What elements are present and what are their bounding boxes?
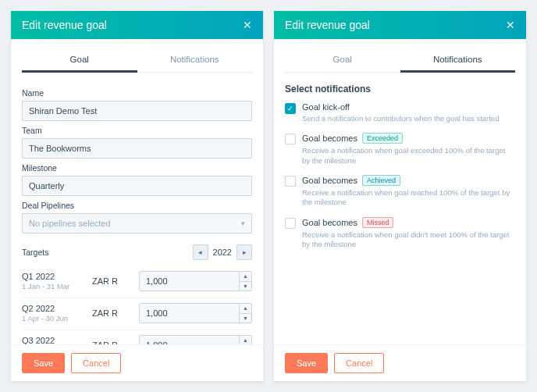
notification-description: Receive a notification when goal exceede…: [302, 146, 515, 166]
target-currency: ZAR R: [92, 308, 139, 318]
target-row: Q3 20221 Jul - 30 SeptZAR R1,000▲▼: [22, 330, 252, 344]
year-next-button[interactable]: ▸: [236, 244, 252, 260]
team-input[interactable]: [22, 138, 252, 159]
notification-body: Goal kick-offSend a notification to cont…: [302, 102, 515, 123]
target-period: Q1 20221 Jan - 31 Mar: [22, 272, 92, 290]
target-period-range: 1 Apr - 30 Jun: [22, 314, 92, 323]
target-amount-value: 1,000: [140, 304, 239, 323]
notification-checkbox[interactable]: ✓: [285, 103, 296, 114]
notification-checkbox[interactable]: [285, 134, 296, 144]
notification-item: ✓Goal kick-offSend a notification to con…: [285, 102, 515, 123]
year-value: 2022: [212, 248, 233, 257]
name-input[interactable]: [22, 101, 252, 121]
tab-goal[interactable]: Goal: [285, 48, 400, 72]
notification-label: Goal kick-off: [302, 102, 515, 112]
notification-label: Goal becomesAchieved: [302, 175, 515, 186]
footer: Save Cancel: [11, 344, 263, 381]
notification-description: Receive a notification when goal didn't …: [302, 230, 515, 250]
notification-label: Goal becomesExceeded: [302, 133, 515, 144]
amount-stepper: ▲▼: [239, 272, 251, 290]
target-period-name: Q3 2022: [22, 336, 92, 344]
notification-description: Send a notification to contributors when…: [302, 114, 515, 123]
panel-title: Edit revenue goal: [22, 19, 107, 31]
target-amount-input[interactable]: 1,000▲▼: [139, 335, 252, 344]
step-down-icon[interactable]: ▼: [240, 313, 251, 323]
save-button[interactable]: Save: [22, 353, 65, 373]
notification-body: Goal becomesExceededReceive a notificati…: [302, 133, 515, 166]
target-amount-value: 1,000: [140, 272, 239, 290]
targets-label: Targets: [22, 248, 48, 257]
targets-list: Q1 20221 Jan - 31 MarZAR R1,000▲▼Q2 2022…: [22, 266, 252, 344]
target-currency: ZAR R: [92, 276, 139, 286]
targets-header: Targets ◂ 2022 ▸: [22, 244, 252, 260]
year-nav: ◂ 2022 ▸: [193, 244, 252, 260]
notification-body: Goal becomesAchievedReceive a notificati…: [302, 175, 515, 208]
year-prev-button[interactable]: ◂: [193, 244, 208, 260]
notification-item: Goal becomesExceededReceive a notificati…: [285, 133, 515, 166]
cancel-button[interactable]: Cancel: [334, 353, 384, 373]
pipelines-select[interactable]: No pipelines selected ▾: [22, 213, 252, 233]
tabs: Goal Notifications: [285, 48, 515, 73]
goal-content: Name Team Milestone Deal Pipelines No pi…: [11, 73, 263, 344]
target-period-name: Q2 2022: [22, 304, 92, 313]
target-row: Q1 20221 Jan - 31 MarZAR R1,000▲▼: [22, 266, 252, 298]
target-amount-input[interactable]: 1,000▲▼: [139, 271, 252, 291]
pipelines-placeholder: No pipelines selected: [29, 219, 111, 228]
notifications-panel: Edit revenue goal ✕ Goal Notifications S…: [274, 11, 526, 381]
close-icon[interactable]: ✕: [243, 19, 252, 31]
panel-title: Edit revenue goal: [285, 19, 370, 31]
notification-description: Receive a notification when goal reached…: [302, 188, 515, 208]
target-amount-value: 1,000: [140, 336, 239, 344]
status-badge: Exceeded: [362, 133, 403, 144]
amount-stepper: ▲▼: [239, 336, 251, 344]
milestone-label: Milestone: [22, 163, 252, 173]
chevron-down-icon: ▾: [241, 219, 245, 227]
notification-label: Goal becomesMissed: [302, 217, 515, 228]
target-period-range: 1 Jan - 31 Mar: [22, 282, 92, 290]
save-button[interactable]: Save: [285, 353, 328, 373]
pipelines-label: Deal Pipelines: [22, 201, 252, 210]
notification-body: Goal becomesMissedReceive a notification…: [302, 217, 515, 250]
step-down-icon[interactable]: ▼: [240, 281, 251, 291]
target-row: Q2 20221 Apr - 30 JunZAR R1,000▲▼: [22, 298, 252, 330]
team-label: Team: [22, 126, 252, 135]
panel-header: Edit revenue goal ✕: [11, 11, 263, 39]
notifications-list: ✓Goal kick-offSend a notification to con…: [285, 102, 515, 249]
tab-notifications[interactable]: Notifications: [137, 48, 253, 72]
footer: Save Cancel: [274, 344, 526, 381]
step-up-icon[interactable]: ▲: [240, 304, 251, 313]
notifications-heading: Select notifications: [285, 84, 515, 94]
tab-goal[interactable]: Goal: [22, 48, 137, 72]
tabs: Goal Notifications: [22, 48, 252, 73]
milestone-input[interactable]: [22, 176, 252, 196]
status-badge: Achieved: [362, 175, 400, 186]
notification-item: Goal becomesAchievedReceive a notificati…: [285, 175, 515, 208]
notification-checkbox[interactable]: [285, 218, 296, 229]
name-label: Name: [22, 88, 252, 98]
notification-item: Goal becomesMissedReceive a notification…: [285, 217, 515, 250]
step-up-icon[interactable]: ▲: [240, 272, 251, 281]
step-up-icon[interactable]: ▲: [240, 336, 251, 344]
tab-notifications[interactable]: Notifications: [400, 48, 516, 72]
cancel-button[interactable]: Cancel: [71, 353, 121, 373]
status-badge: Missed: [362, 217, 394, 228]
notification-checkbox[interactable]: [285, 176, 296, 187]
target-period: Q3 20221 Jul - 30 Sept: [22, 336, 92, 344]
amount-stepper: ▲▼: [239, 304, 251, 323]
close-icon[interactable]: ✕: [506, 19, 515, 31]
target-period-name: Q1 2022: [22, 272, 92, 281]
goal-panel: Edit revenue goal ✕ Goal Notifications N…: [11, 11, 263, 381]
panel-header: Edit revenue goal ✕: [274, 11, 526, 39]
target-amount-input[interactable]: 1,000▲▼: [139, 303, 252, 323]
notifications-content: Select notifications ✓Goal kick-offSend …: [274, 73, 526, 344]
target-period: Q2 20221 Apr - 30 Jun: [22, 304, 92, 323]
